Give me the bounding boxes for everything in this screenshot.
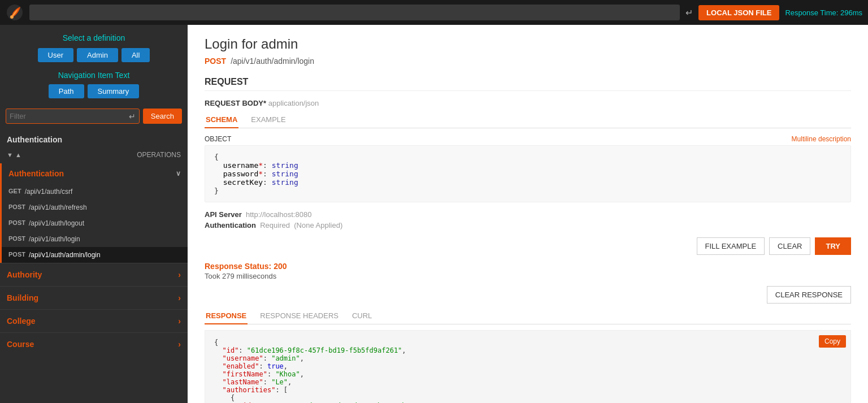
fill-example-button[interactable]: FILL EXAMPLE — [697, 237, 765, 255]
endpoint-post-login[interactable]: POST /api/v1/auth/login — [2, 231, 188, 247]
select-definition-label: Select a definition — [6, 33, 182, 42]
multiline-description[interactable]: Multiline description — [792, 135, 851, 143]
college-group[interactable]: College › — [0, 309, 188, 332]
schema-open-brace: { — [214, 153, 219, 161]
endpoint-path: /api/v1/auth/csrf — [25, 188, 73, 196]
tab-response-headers[interactable]: RESPONSE HEADERS — [259, 308, 340, 324]
building-chevron-icon: › — [178, 293, 181, 302]
api-server-label: API Server — [205, 210, 242, 219]
filter-enter-icon: ↵ — [129, 112, 136, 121]
endpoint-get-csrf[interactable]: GET /api/v1/auth/csrf — [2, 184, 188, 200]
course-group[interactable]: Course › — [0, 332, 188, 356]
response-time: Response Time: 296ms — [785, 8, 862, 17]
method-badge-post: POST — [8, 219, 25, 227]
local-json-button[interactable]: LOCAL JSON FILE — [698, 5, 779, 20]
main-layout: Select a definition User Admin All Navig… — [0, 25, 868, 403]
authority-group[interactable]: Authority › — [0, 263, 188, 286]
app-logo — [6, 3, 24, 21]
method-badge-post: POST — [8, 203, 25, 211]
auth-group: Authentication ∨ GET /api/v1/auth/csrf P… — [0, 163, 188, 263]
request-body-label: REQUEST BODY* application/json — [205, 99, 851, 107]
enter-icon: ↵ — [685, 7, 693, 18]
nav-summary-button[interactable]: Summary — [88, 84, 140, 98]
arrow-up-icon[interactable]: ▲ — [15, 151, 21, 158]
schema-close-brace: } — [214, 187, 219, 195]
schema-password-type: string — [272, 170, 298, 178]
nav-item-text-label: Navigation Item Text — [6, 71, 182, 80]
response-tabs-row: RESPONSE RESPONSE HEADERS CURL — [205, 308, 851, 324]
api-server-url: http://localhost:8080 — [246, 210, 311, 219]
endpoint-post-refresh[interactable]: POST /api/v1/auth/refresh — [2, 200, 188, 215]
endpoint-post-logout[interactable]: POST /api/v1/auth/logout — [2, 215, 188, 231]
filter-input[interactable] — [10, 109, 129, 123]
response-body: Copy { "id": "61dce196-9f8c-457f-bd19-f5… — [205, 330, 851, 403]
api-method-path: POST /api/v1/auth/admin/login — [205, 57, 851, 66]
building-group[interactable]: Building › — [0, 286, 188, 309]
action-buttons-row: FILL EXAMPLE CLEAR TRY — [205, 237, 851, 255]
course-label: Course — [7, 340, 34, 349]
tab-schema[interactable]: SCHEMA — [205, 112, 238, 128]
filter-input-wrap: ↵ — [6, 109, 140, 124]
api-title: Login for admin — [205, 36, 851, 52]
request-section-title: REQUEST — [205, 77, 851, 91]
course-chevron-icon: › — [178, 340, 181, 349]
schema-block: { username*: string password*: string se… — [205, 145, 851, 202]
endpoint-path: /api/v1/auth/logout — [29, 219, 84, 227]
response-time-took: Took 279 milliseconds — [205, 272, 851, 280]
def-user-button[interactable]: User — [38, 48, 73, 62]
svg-point-1 — [10, 15, 14, 19]
copy-button[interactable]: Copy — [819, 335, 846, 348]
schema-username-required: * — [258, 161, 263, 170]
resp-firstname-val: "Khoa" — [275, 370, 300, 378]
content-type-value: application/json — [268, 99, 319, 107]
auth-group-label: Authentication — [8, 169, 64, 178]
resp-lastname-val: "Le" — [271, 378, 288, 386]
nav-item-buttons: Path Summary — [6, 84, 182, 98]
college-label: College — [7, 317, 36, 326]
auth-label: Authentication — [205, 221, 256, 229]
auth-row: Authentication Required (None Applied) — [205, 221, 851, 229]
request-body-strong: REQUEST BODY* — [205, 99, 266, 107]
schema-secretkey-type: string — [272, 178, 298, 187]
authority-label: Authority — [7, 270, 42, 279]
response-status: Response Status: 200 — [205, 262, 851, 271]
resp-lastname-key: "lastName" — [222, 378, 263, 386]
schema-secretkey-key: secretKey — [223, 178, 263, 187]
arrow-down-icon[interactable]: ▼ — [7, 151, 13, 158]
api-path: /api/v1/auth/admin/login — [231, 57, 314, 66]
endpoint-path: /api/v1/auth/login — [29, 235, 80, 243]
def-admin-button[interactable]: Admin — [77, 48, 118, 62]
tab-example[interactable]: EXAMPLE — [250, 112, 287, 128]
schema-username-key: username — [223, 161, 259, 170]
method-badge-get: GET — [8, 188, 21, 196]
nav-path-button[interactable]: Path — [49, 84, 84, 98]
response-open-brace: { — [214, 339, 218, 346]
object-label-row: OBJECT Multiline description — [205, 135, 851, 143]
sidebar-definition-section: Select a definition User Admin All — [0, 25, 188, 65]
building-label: Building — [7, 293, 38, 302]
clear-response-button[interactable]: CLEAR RESPONSE — [767, 286, 851, 304]
try-button[interactable]: TRY — [815, 237, 851, 255]
auth-group-header[interactable]: Authentication ∨ — [2, 163, 188, 184]
auth-none-applied: (None Applied) — [294, 221, 342, 229]
resp-authorities-key: "authorities" — [222, 386, 275, 394]
sidebar-auth-header: Authentication — [0, 128, 188, 149]
main-content: Login for admin POST /api/v1/auth/admin/… — [188, 25, 868, 403]
endpoint-post-admin-login[interactable]: POST /api/v1/auth/admin/login — [2, 247, 188, 263]
tab-response[interactable]: RESPONSE — [205, 308, 248, 324]
search-button[interactable]: Search — [143, 109, 182, 124]
resp-username-key: "username" — [222, 354, 263, 362]
url-input[interactable]: http://localhost:8080/v3/api-docs — [29, 5, 680, 20]
def-all-button[interactable]: All — [121, 48, 150, 62]
resp-firstname-key: "firstName" — [222, 370, 267, 378]
auth-chevron-icon: ∨ — [176, 170, 181, 177]
auth-required-text: Required — [260, 221, 290, 229]
schema-password-key: password — [223, 170, 259, 178]
resp-enabled-key: "enabled" — [222, 362, 259, 370]
schema-tabs-row: SCHEMA EXAMPLE — [205, 112, 851, 128]
tab-curl[interactable]: CURL — [351, 308, 373, 324]
authority-chevron-icon: › — [178, 270, 181, 279]
resp-id-key: "id" — [222, 346, 238, 354]
clear-button[interactable]: CLEAR — [769, 237, 810, 255]
ops-label: OPERATIONS — [137, 151, 181, 159]
